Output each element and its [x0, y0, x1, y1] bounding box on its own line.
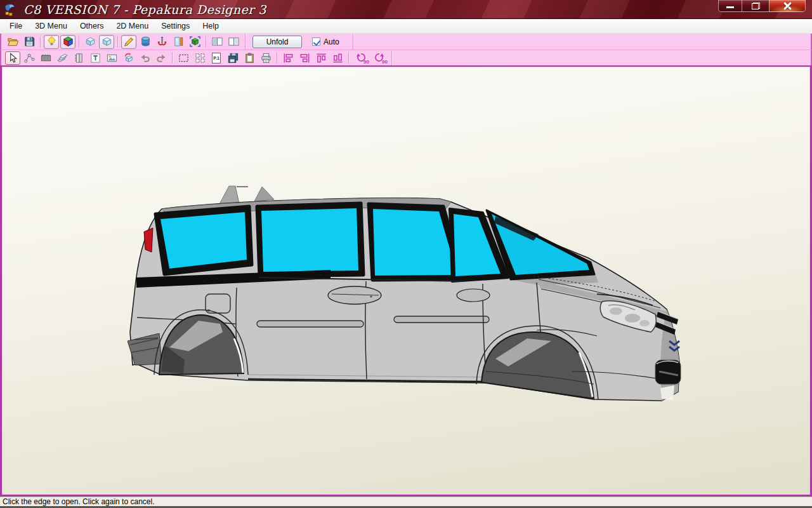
- move-axis-button[interactable]: [154, 35, 169, 49]
- align-left-button[interactable]: [280, 51, 296, 65]
- toolbar-separator: [79, 36, 79, 48]
- unfold-group: Unfold Auto: [246, 34, 353, 50]
- cursor-arrow-icon: [7, 52, 19, 64]
- toolbar-main-group: [1, 34, 246, 50]
- mirror-panel-button[interactable]: [171, 35, 186, 49]
- toolbar-separator: [40, 36, 41, 48]
- pencil-edge-button[interactable]: [121, 35, 136, 49]
- auto-checkbox-wrap[interactable]: Auto: [312, 37, 339, 46]
- rotate-cw-label: 90: [382, 60, 388, 65]
- rear-quarter-window: [160, 212, 247, 269]
- edge-node-button[interactable]: [22, 51, 37, 65]
- printer-icon: [260, 52, 272, 64]
- title-bar[interactable]: C8 VERSION 7 - Pepakura Designer 3: [0, 0, 812, 19]
- toolbar-empty-space: [392, 50, 811, 65]
- align-top-icon: [315, 52, 327, 64]
- align-right-button[interactable]: [297, 51, 312, 65]
- cylinder-icon: [140, 36, 152, 48]
- menu-others[interactable]: Others: [74, 20, 110, 32]
- close-icon: [783, 1, 792, 10]
- text-box-button[interactable]: [88, 51, 103, 65]
- toolbar-separator: [206, 36, 206, 48]
- light-toggle-button[interactable]: [44, 35, 59, 49]
- split-left-icon: [211, 36, 223, 48]
- menu-2d-menu[interactable]: 2D Menu: [110, 20, 155, 32]
- status-bar: Click the edge to open. Click again to c…: [0, 497, 812, 508]
- car-model: [128, 181, 687, 404]
- dashed-rect-icon: [178, 52, 190, 64]
- page-number-button[interactable]: P.1: [209, 51, 224, 65]
- menu-settings[interactable]: Settings: [155, 20, 196, 32]
- toolbar-separator: [277, 52, 277, 64]
- auto-checkbox-label: Auto: [324, 37, 339, 46]
- zipper-icon: [40, 52, 52, 64]
- viewport-3d[interactable]: [0, 65, 812, 497]
- menu-bar: File 3D Menu Others 2D Menu Settings Hel…: [0, 19, 812, 34]
- menu-help[interactable]: Help: [196, 20, 225, 32]
- align-right-icon: [299, 52, 311, 64]
- rotate-cw-90-button[interactable]: 90: [370, 51, 388, 65]
- maximize-button[interactable]: [742, 0, 769, 12]
- select-rect-button[interactable]: [176, 51, 191, 65]
- anchor-axis-icon: [156, 36, 168, 48]
- pencil-icon: [123, 36, 135, 48]
- cylinder-button[interactable]: [138, 35, 153, 49]
- save-icon: [23, 36, 36, 48]
- save-pages-button[interactable]: [225, 51, 240, 65]
- text-icon: [89, 52, 102, 64]
- select-cube-button[interactable]: [187, 35, 202, 49]
- split-view-left-button[interactable]: [209, 35, 225, 49]
- toolbar-separator: [172, 52, 173, 64]
- auto-checkbox[interactable]: [312, 37, 320, 46]
- unfold-box-icon: [122, 52, 134, 64]
- arrange-parts-button[interactable]: [192, 51, 207, 65]
- select-tool-button[interactable]: [5, 51, 20, 65]
- align-bottom-button[interactable]: [330, 51, 345, 65]
- menu-3d-menu[interactable]: 3D Menu: [29, 20, 74, 32]
- print-button[interactable]: [258, 51, 273, 65]
- binder-icon: [73, 52, 85, 64]
- app-window: C8 VERSION 7 - Pepakura Designer 3 File …: [0, 0, 812, 508]
- restore-icon: [752, 3, 760, 10]
- toolbar-main: Unfold Auto: [0, 34, 812, 50]
- binder-pages-button[interactable]: [71, 51, 86, 65]
- unfold-button[interactable]: Unfold: [252, 36, 302, 48]
- toolbar-separator: [348, 52, 349, 64]
- toolbar-empty-space: [353, 34, 811, 50]
- cube-selection-icon: [189, 36, 201, 48]
- box-icon: [84, 36, 96, 48]
- edit-box-button[interactable]: [99, 35, 114, 49]
- toolbar-2d: P.1: [0, 50, 812, 65]
- sheets-icon: [56, 52, 69, 64]
- redo-button[interactable]: [154, 51, 169, 65]
- light-bulb-icon: [46, 36, 58, 48]
- side-windows: [155, 203, 508, 281]
- zipper-join-button[interactable]: [38, 51, 53, 65]
- four-parts-icon: [194, 52, 206, 64]
- sliding-door-window: [261, 208, 358, 272]
- rotate-ccw-label: 90: [363, 60, 369, 65]
- undo-button[interactable]: [137, 51, 152, 65]
- sheets-stack-button[interactable]: [55, 51, 70, 65]
- open-button[interactable]: [5, 35, 20, 49]
- page-p1-icon: P.1: [212, 53, 221, 64]
- redo-icon: [155, 52, 167, 64]
- rotate-ccw-90-button[interactable]: 90: [352, 51, 369, 65]
- window-controls: [718, 0, 806, 12]
- split-view-right-button[interactable]: [226, 35, 241, 49]
- align-top-button[interactable]: [313, 51, 329, 65]
- texture-toggle-button[interactable]: [60, 35, 75, 49]
- app-icon: [4, 3, 18, 17]
- unfold-mesh-button[interactable]: [121, 51, 136, 65]
- minimize-button[interactable]: [718, 0, 742, 12]
- bumper-lower-highlight: [660, 385, 674, 400]
- clipboard-button[interactable]: [242, 51, 257, 65]
- save-button[interactable]: [22, 35, 37, 49]
- mirror-icon: [173, 36, 185, 48]
- image-button[interactable]: [104, 51, 119, 65]
- menu-file[interactable]: File: [3, 20, 29, 32]
- align-left-icon: [282, 52, 294, 64]
- image-icon: [106, 52, 118, 64]
- close-button[interactable]: [769, 0, 806, 12]
- solid-box-button[interactable]: [82, 35, 98, 49]
